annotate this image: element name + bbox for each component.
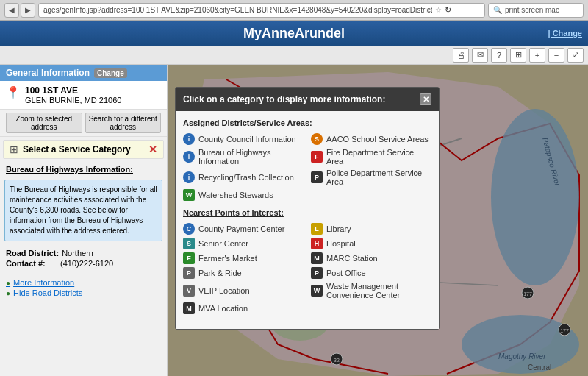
category-close-button[interactable]: ✕ [148,143,157,155]
waste-mgmt-label: Waste Management Convenience Center [326,282,431,299]
hospital-icon: H [311,238,323,249]
header-change-link[interactable]: | Change [548,29,582,38]
farmers-market-label: Farmer's Market [198,254,257,263]
email-button[interactable]: ✉ [472,48,488,63]
forward-button[interactable]: ▶ [21,3,35,18]
url-text: ages/genInfo.jsp?address=100 1ST AVE&zip… [43,6,432,14]
hide-road-text: Hide Road Districts [13,288,82,297]
nearest-items-grid: C County Payment Center L Library S Seni… [183,223,431,314]
list-item[interactable]: V VEIP Location [183,282,304,299]
list-item[interactable]: i Bureau of Highways Information [183,148,304,166]
list-item[interactable]: F Fire Department Service Area [311,148,431,166]
veip-label: VEIP Location [198,286,250,295]
fire-dept-label: Fire Department Service Area [326,148,431,166]
address-buttons: Zoom to selected address Search for a di… [0,110,167,137]
list-item[interactable]: i County Council Information [183,133,304,145]
nav-buttons: ◀ ▶ [4,3,35,18]
list-item[interactable]: C County Payment Center [183,223,304,235]
post-office-icon: P [311,267,323,279]
app-header: MyAnneArundel | Change [0,21,588,46]
hospital-label: Hospital [326,239,356,248]
more-info-text: More Information [13,278,74,287]
watershed-icon: W [183,189,195,201]
search-engine-icon: 🔍 [493,6,502,14]
police-label: Police Department Service Area [326,169,431,186]
general-info-header: General Information Change [0,65,167,81]
address-section: 📍 100 1ST AVE GLEN BURNIE, MD 21060 [0,81,167,110]
address-bar[interactable]: ages/genInfo.jsp?address=100 1ST AVE&zip… [38,3,485,18]
road-district-value: Northern [62,249,93,258]
list-item[interactable]: L Library [311,223,431,235]
county-council-icon: i [183,133,195,145]
map-area[interactable]: V 85 1 Patapsco River Magothy River 177 … [168,65,588,376]
street-address: 100 1ST AVE [25,85,121,96]
waste-mgmt-icon: W [311,285,323,297]
bureau-highways-icon: i [183,151,195,163]
left-panel: General Information Change 📍 100 1ST AVE… [0,65,168,376]
library-icon: L [311,223,323,235]
print-button[interactable]: 🖨 [453,48,469,63]
list-item[interactable]: F Farmer's Market [183,252,304,264]
bureau-info-box: The Bureau of Highways is responsible fo… [4,180,162,241]
layers-button[interactable]: ⊞ [510,48,526,63]
aaco-school-label: AACO School Service Areas [326,135,429,143]
refresh-icon[interactable]: ↻ [445,5,451,15]
list-item[interactable]: M MVA Location [183,302,304,314]
main-layout: General Information Change 📍 100 1ST AVE… [0,65,588,376]
list-item[interactable]: W Watershed Stewards [183,189,304,201]
recycling-label: Recycling/Trash Collection [198,173,294,182]
list-item[interactable]: P Post Office [311,267,431,279]
list-item[interactable]: i Recycling/Trash Collection [183,169,304,186]
list-item[interactable]: M MARC Station [311,252,431,264]
help-button[interactable]: ? [491,48,507,63]
more-information-link[interactable]: ● More Information [6,278,161,287]
contact-row: Contact #: (410)222-6120 [6,259,161,268]
list-item[interactable]: P Park & Ride [183,267,304,279]
aaco-school-icon: S [311,133,323,145]
search-box[interactable]: 🔍 print screen mac [488,3,584,18]
toolbar: 🖨 ✉ ? ⊞ + − ⤢ [0,46,588,65]
post-office-label: Post Office [326,269,366,277]
hide-road-districts-link[interactable]: ● Hide Road Districts [6,288,161,297]
contact-label: Contact #: [6,259,57,268]
city-state-zip: GLEN BURNIE, MD 21060 [25,96,121,104]
payment-center-label: County Payment Center [198,224,284,233]
category-label: Select a Service Category [23,144,144,155]
marc-station-icon: M [311,252,323,264]
list-item[interactable]: P Police Department Service Area [311,169,431,186]
nearest-section-title: Nearest Points of Interest: [183,208,431,217]
police-icon: P [311,171,323,183]
star-icon: ☆ [435,6,442,14]
fire-dept-icon: F [311,151,323,163]
park-ride-label: Park & Ride [198,269,242,277]
zoom-to-address-button[interactable]: Zoom to selected address [6,113,82,133]
app-title: MyAnneArundel [243,26,345,41]
change-badge[interactable]: Change [94,68,127,78]
payment-center-icon: C [183,223,195,235]
list-item[interactable]: W Waste Management Convenience Center [311,282,431,299]
location-pin-icon: 📍 [6,85,21,99]
mva-label: MVA Location [198,304,248,313]
category-icon: ⊞ [10,143,18,155]
veip-icon: V [183,285,195,297]
general-info-label: General Information [6,68,90,78]
search-different-address-button[interactable]: Search for a different address [85,113,162,133]
browser-chrome: ◀ ▶ ages/genInfo.jsp?address=100 1ST AVE… [0,0,588,21]
modal-body: Assigned Districts/Service Areas: i Coun… [176,111,439,329]
back-button[interactable]: ◀ [4,3,19,18]
links-section: ● More Information ● Hide Road Districts [0,274,167,302]
service-category-bar: ⊞ Select a Service Category ✕ [3,140,164,159]
mva-icon: M [183,302,195,314]
zoom-out-button[interactable]: − [548,48,564,63]
list-item[interactable]: H Hospital [311,238,431,249]
search-text: print screen mac [505,6,559,14]
list-item[interactable]: S AACO School Service Areas [311,133,431,145]
fullscreen-button[interactable]: ⤢ [567,48,584,63]
list-item[interactable]: S Senior Center [183,238,304,249]
bureau-info-text: The Bureau of Highways is responsible fo… [10,185,157,235]
zoom-in-button[interactable]: + [529,48,545,63]
modal-close-button[interactable]: ✕ [420,93,431,105]
assigned-section-title: Assigned Districts/Service Areas: [183,118,431,127]
bureau-header: Bureau of Highways Information: [0,162,167,177]
watershed-label: Watershed Stewards [198,191,273,199]
